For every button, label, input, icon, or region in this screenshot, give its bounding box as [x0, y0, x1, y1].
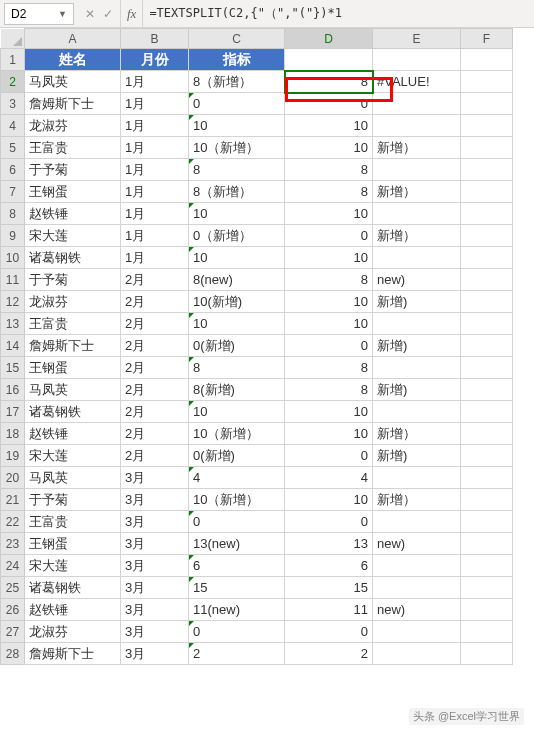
cell-indicator[interactable]: 10（新增） — [189, 423, 285, 445]
cell-e[interactable] — [373, 643, 461, 665]
cell-d[interactable]: 8 — [285, 357, 373, 379]
cell-name[interactable]: 王钢蛋 — [25, 357, 121, 379]
cell-month[interactable]: 1月 — [121, 203, 189, 225]
cell-e[interactable] — [373, 401, 461, 423]
cell-d[interactable]: 10 — [285, 137, 373, 159]
cell-d[interactable]: 4 — [285, 467, 373, 489]
cell-name[interactable]: 王钢蛋 — [25, 533, 121, 555]
row-header-7[interactable]: 7 — [1, 181, 25, 203]
chevron-down-icon[interactable]: ▼ — [58, 9, 67, 19]
cell-name[interactable]: 宋大莲 — [25, 555, 121, 577]
cell-e[interactable] — [373, 467, 461, 489]
cell-d[interactable]: 6 — [285, 555, 373, 577]
cell-f[interactable] — [461, 577, 513, 599]
cell-f[interactable] — [461, 511, 513, 533]
row-header-5[interactable]: 5 — [1, 137, 25, 159]
cell-f[interactable] — [461, 115, 513, 137]
cell-name[interactable]: 赵铁锤 — [25, 423, 121, 445]
enter-icon[interactable]: ✓ — [100, 7, 116, 21]
row-header-3[interactable]: 3 — [1, 93, 25, 115]
row-header-18[interactable]: 18 — [1, 423, 25, 445]
cell-indicator[interactable]: 6 — [189, 555, 285, 577]
cell-e[interactable] — [373, 621, 461, 643]
row-header-16[interactable]: 16 — [1, 379, 25, 401]
cell-month[interactable]: 1月 — [121, 181, 189, 203]
cell-month[interactable]: 1月 — [121, 159, 189, 181]
cell-month[interactable]: 2月 — [121, 313, 189, 335]
cell-name[interactable]: 马凤英 — [25, 467, 121, 489]
cell-f[interactable] — [461, 247, 513, 269]
row-header-25[interactable]: 25 — [1, 577, 25, 599]
cell-d[interactable]: 10 — [285, 115, 373, 137]
cell-d[interactable]: 10 — [285, 291, 373, 313]
name-box[interactable]: D2 ▼ — [4, 3, 74, 25]
cell[interactable] — [373, 49, 461, 71]
cell-month[interactable]: 3月 — [121, 577, 189, 599]
cell-indicator[interactable]: 13(new) — [189, 533, 285, 555]
cell-d[interactable]: 10 — [285, 313, 373, 335]
cell-indicator[interactable]: 8(new) — [189, 269, 285, 291]
cell-month[interactable]: 3月 — [121, 621, 189, 643]
cell-indicator[interactable]: 11(new) — [189, 599, 285, 621]
cell-f[interactable] — [461, 93, 513, 115]
cell-f[interactable] — [461, 225, 513, 247]
cell-d[interactable]: 11 — [285, 599, 373, 621]
row-header-14[interactable]: 14 — [1, 335, 25, 357]
column-header-F[interactable]: F — [461, 29, 513, 49]
row-header-1[interactable]: 1 — [1, 49, 25, 71]
cell-f[interactable] — [461, 533, 513, 555]
cell-e[interactable] — [373, 577, 461, 599]
column-header-D[interactable]: D — [285, 29, 373, 49]
row-header-24[interactable]: 24 — [1, 555, 25, 577]
row-header-9[interactable]: 9 — [1, 225, 25, 247]
cell-f[interactable] — [461, 489, 513, 511]
cell-f[interactable] — [461, 269, 513, 291]
cell-name[interactable]: 马凤英 — [25, 379, 121, 401]
cell-d[interactable]: 8 — [285, 71, 373, 93]
cell-name[interactable]: 诸葛钢铁 — [25, 577, 121, 599]
cell-indicator[interactable]: 0(新增) — [189, 335, 285, 357]
cell-name[interactable]: 龙淑芬 — [25, 291, 121, 313]
cell-month[interactable]: 2月 — [121, 269, 189, 291]
cell-e[interactable] — [373, 203, 461, 225]
cell-name[interactable]: 王富贵 — [25, 511, 121, 533]
cell-indicator[interactable]: 10 — [189, 401, 285, 423]
cell-month[interactable]: 2月 — [121, 291, 189, 313]
cell-month[interactable]: 1月 — [121, 115, 189, 137]
cell-indicator[interactable]: 0（新增） — [189, 225, 285, 247]
cell-month[interactable]: 3月 — [121, 533, 189, 555]
cell-f[interactable] — [461, 159, 513, 181]
cell-f[interactable] — [461, 379, 513, 401]
cell-indicator[interactable]: 0 — [189, 621, 285, 643]
cell-month[interactable]: 1月 — [121, 71, 189, 93]
table-header-cell[interactable]: 姓名 — [25, 49, 121, 71]
cell-indicator[interactable]: 8（新增） — [189, 71, 285, 93]
cell-month[interactable]: 1月 — [121, 93, 189, 115]
cell-name[interactable]: 赵铁锤 — [25, 203, 121, 225]
cancel-icon[interactable]: ✕ — [82, 7, 98, 21]
cell-name[interactable]: 于予菊 — [25, 489, 121, 511]
cell-e[interactable]: #VALUE! — [373, 71, 461, 93]
cell-f[interactable] — [461, 291, 513, 313]
cell-f[interactable] — [461, 467, 513, 489]
cell-d[interactable]: 10 — [285, 423, 373, 445]
cell-d[interactable]: 0 — [285, 225, 373, 247]
row-header-19[interactable]: 19 — [1, 445, 25, 467]
cell-d[interactable]: 0 — [285, 93, 373, 115]
cell-name[interactable]: 马凤英 — [25, 71, 121, 93]
formula-input[interactable]: =TEXTSPLIT(C2,{"（","("})*1 — [143, 3, 534, 24]
cell-name[interactable]: 詹姆斯下士 — [25, 643, 121, 665]
cell-name[interactable]: 于予菊 — [25, 269, 121, 291]
cell-month[interactable]: 2月 — [121, 445, 189, 467]
cell-e[interactable]: 新增） — [373, 181, 461, 203]
cell-f[interactable] — [461, 599, 513, 621]
cell-name[interactable]: 王富贵 — [25, 137, 121, 159]
row-header-28[interactable]: 28 — [1, 643, 25, 665]
cell-indicator[interactable]: 4 — [189, 467, 285, 489]
row-header-22[interactable]: 22 — [1, 511, 25, 533]
cell-month[interactable]: 2月 — [121, 423, 189, 445]
column-header-C[interactable]: C — [189, 29, 285, 49]
cell-f[interactable] — [461, 621, 513, 643]
cell-f[interactable] — [461, 335, 513, 357]
cell-name[interactable]: 王富贵 — [25, 313, 121, 335]
